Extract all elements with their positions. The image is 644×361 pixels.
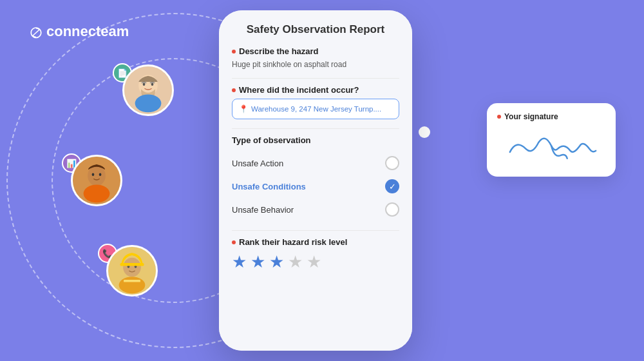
signature-required-dot: [497, 115, 501, 119]
required-dot-2: [232, 88, 236, 92]
svg-point-11: [123, 258, 141, 277]
obs-label-unsafe-conditions: Unsafe Conditions: [232, 182, 306, 191]
divider-1: [232, 78, 399, 79]
svg-point-3: [151, 83, 154, 86]
white-dot: [419, 126, 430, 138]
phone-mockup: Safety Observation Report Describe the h…: [219, 10, 412, 351]
signature-drawing: [497, 126, 605, 165]
location-field[interactable]: 📍 Warehouse 9, 247 New Jersey Turnp....: [232, 99, 399, 119]
checkmark-icon: ✓: [389, 182, 396, 191]
star-4[interactable]: ★: [288, 252, 303, 272]
required-dot-3: [232, 240, 236, 244]
stars-row[interactable]: ★ ★ ★ ★ ★: [232, 252, 399, 272]
divider-3: [232, 230, 399, 231]
hazard-value: Huge pit sinkhole on asphalt road: [232, 60, 399, 69]
observation-section: Type of observation Unsafe Action Unsafe…: [232, 135, 399, 221]
rank-section: Rank their hazard risk level ★ ★ ★ ★ ★: [232, 237, 399, 272]
obs-label-unsafe-action: Unsafe Action: [232, 159, 283, 168]
avatar-1: [122, 64, 174, 116]
avatar-2: [71, 155, 122, 206]
svg-point-6: [88, 166, 106, 186]
signature-card: Your signature: [487, 103, 616, 177]
incident-location-label: Where did the incident occur?: [232, 85, 399, 95]
describe-hazard-section: Describe the hazard Huge pit sinkhole on…: [232, 46, 399, 69]
describe-hazard-label: Describe the hazard: [232, 46, 399, 56]
svg-point-9: [84, 184, 110, 202]
svg-point-7: [92, 173, 95, 176]
phone-title: Safety Observation Report: [232, 10, 399, 46]
required-dot: [232, 50, 236, 54]
radio-unsafe-action[interactable]: [385, 156, 399, 170]
svg-rect-14: [120, 263, 144, 266]
logo: connecteam: [28, 23, 129, 40]
svg-point-2: [143, 83, 146, 86]
signature-label: Your signature: [497, 112, 605, 121]
incident-location-section: Where did the incident occur? 📍 Warehous…: [232, 85, 399, 119]
star-2[interactable]: ★: [251, 252, 265, 272]
obs-label-unsafe-behavior: Unsafe Behavior: [232, 205, 294, 215]
svg-point-8: [99, 173, 102, 176]
radio-unsafe-behavior[interactable]: [385, 202, 399, 217]
radio-unsafe-conditions[interactable]: ✓: [385, 179, 399, 193]
svg-point-4: [135, 94, 162, 112]
star-3[interactable]: ★: [269, 252, 284, 272]
observation-label: Type of observation: [232, 135, 399, 145]
rank-label: Rank their hazard risk level: [232, 237, 399, 247]
divider-2: [232, 128, 399, 129]
avatar-3: [106, 245, 158, 297]
svg-point-15: [119, 277, 146, 293]
star-5[interactable]: ★: [307, 252, 321, 272]
svg-rect-16: [124, 280, 140, 282]
obs-unsafe-behavior[interactable]: Unsafe Behavior: [232, 198, 399, 221]
obs-unsafe-conditions[interactable]: Unsafe Conditions ✓: [232, 175, 399, 198]
location-value: Warehouse 9, 247 New Jersey Turnp....: [251, 105, 381, 113]
obs-unsafe-action[interactable]: Unsafe Action: [232, 151, 399, 175]
star-1[interactable]: ★: [232, 252, 247, 272]
location-pin-icon: 📍: [239, 104, 248, 113]
